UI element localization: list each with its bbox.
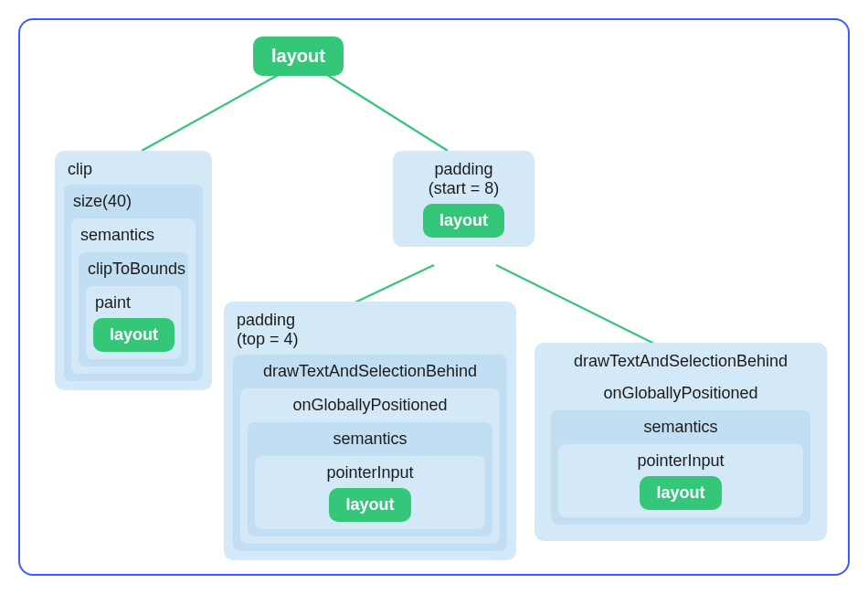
node-clip: clip size(40) semantics clipToBounds pai… [55, 151, 212, 390]
layer-size40: size(40) semantics clipToBounds paint la… [64, 185, 203, 381]
layer-ongloballypositioned-br: onGloballyPositioned semantics pointerIn… [544, 377, 818, 532]
layer-size40-title: size(40) [71, 190, 196, 215]
layer-ongloballypositioned-bl-title: onGloballyPositioned [248, 394, 492, 419]
node-padding-top4-title: padding (top = 4) [233, 309, 507, 351]
layer-semantics-left-title: semantics [79, 224, 188, 249]
node-padding-top4-line1: padding [237, 311, 295, 329]
layer-ongloballypositioned-bl: onGloballyPositioned semantics pointerIn… [240, 388, 500, 544]
node-padding-start8-line1: padding [434, 160, 492, 178]
layer-paint-title: paint [93, 292, 174, 316]
layer-pointerinput-br: pointerInput layout [558, 444, 803, 517]
layout-pill-bl: layout [329, 488, 410, 522]
node-padding-start8: padding (start = 8) layout [393, 151, 535, 247]
layer-cliptobounds-title: clipToBounds [86, 258, 181, 282]
layout-pill-mid: layout [423, 204, 504, 238]
layer-semantics-left: semantics clipToBounds paint layout [71, 218, 196, 374]
layer-semantics-br-title: semantics [558, 416, 803, 440]
layer-semantics-bl-title: semantics [255, 428, 485, 452]
layer-drawtext-bl-title: drawTextAndSelectionBehind [240, 360, 500, 385]
node-padding-top4: padding (top = 4) drawTextAndSelectionBe… [224, 302, 516, 560]
layer-semantics-br: semantics pointerInput layout [551, 410, 810, 525]
layer-paint: paint layout [86, 286, 181, 359]
node-clip-title: clip [64, 158, 203, 181]
node-padding-top4-line2: (top = 4) [237, 330, 299, 348]
layer-pointerinput-br-title: pointerInput [566, 450, 796, 474]
layer-semantics-bl: semantics pointerInput layout [248, 422, 492, 536]
layout-pill-left: layout [93, 318, 175, 352]
node-padding-start8-title: padding (start = 8) [402, 158, 525, 200]
node-drawtext-right-title: drawTextAndSelectionBehind [544, 350, 818, 373]
layer-ongloballypositioned-br-title: onGloballyPositioned [551, 382, 810, 407]
root-layout-node: layout [253, 37, 344, 76]
layer-drawtext-bl: drawTextAndSelectionBehind onGloballyPos… [233, 355, 507, 551]
layer-pointerinput-bl: pointerInput layout [255, 456, 485, 529]
layer-pointerinput-bl-title: pointerInput [262, 461, 478, 486]
node-padding-start8-line2: (start = 8) [429, 179, 500, 197]
node-drawtext-right: drawTextAndSelectionBehind onGloballyPos… [535, 343, 827, 541]
layer-cliptobounds: clipToBounds paint layout [79, 252, 188, 366]
layout-pill-br: layout [640, 476, 721, 510]
